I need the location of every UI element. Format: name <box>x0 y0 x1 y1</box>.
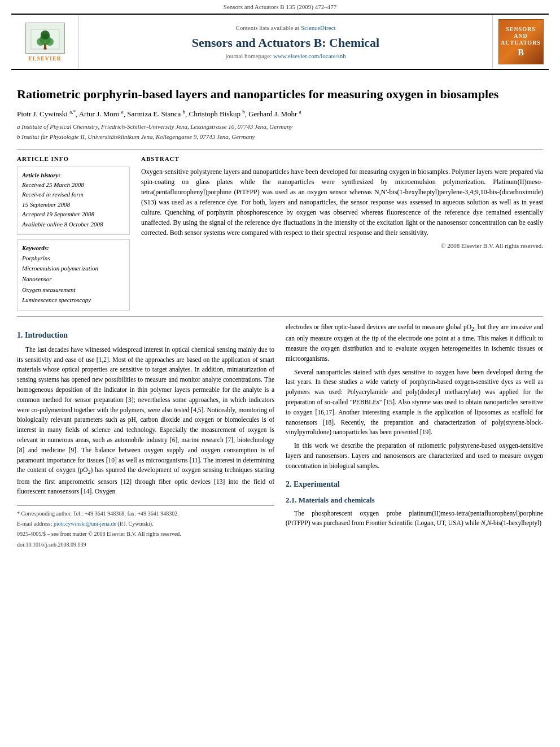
available-online: Available online 8 October 2008 <box>22 220 125 230</box>
intro-title-text: Introduction <box>25 331 68 339</box>
exp-title-text: Experimental <box>294 480 340 488</box>
keywords-label: Keywords: <box>22 244 125 251</box>
homepage-line: journal homepage: www.elsevier.com/locat… <box>225 53 346 59</box>
intro-title: 1. Introduction <box>17 329 274 342</box>
copyright-line: © 2008 Elsevier B.V. All rights reserved… <box>141 242 543 249</box>
right-para-1: electrodes or fiber optic-based devices … <box>286 322 543 364</box>
keywords-box: Keywords: Porphyrins Microemulsion polym… <box>17 239 130 311</box>
exp-number: 2. <box>286 480 292 488</box>
accepted-date: Accepted 19 September 2008 <box>22 209 125 220</box>
footnotes-area: * Corresponding author. Tel.: +49 3641 9… <box>17 505 274 549</box>
received-date: Received 25 March 2008 <box>22 180 125 190</box>
intro-paragraph-1: The last decades have witnessed widespre… <box>17 345 274 497</box>
keyword-3: Nanosensor <box>22 274 125 285</box>
journal-title: Sensors and Actuators B: Chemical <box>192 36 379 50</box>
badge-sensors: SENSORSANDACTUATORS <box>501 26 541 46</box>
keyword-1: Porphyrins <box>22 253 125 264</box>
sub-title-text: Materials and chemicals <box>299 496 375 504</box>
main-content: Ratiometric porphyrin-based layers and n… <box>0 72 560 554</box>
article-info-header: ARTICLE INFO <box>17 155 130 162</box>
materials-subtitle: 2.1. Materials and chemicals <box>286 495 543 506</box>
affiliations: a Institute of Physical Chemistry, Fried… <box>17 122 543 142</box>
badge-b: B <box>518 47 524 58</box>
homepage-text: journal homepage: <box>225 53 272 59</box>
keyword-2: Microemulsion polymerization <box>22 263 125 274</box>
body-content: 1. Introduction The last decades have wi… <box>17 322 543 549</box>
abstract-column: ABSTRACT Oxygen-sensitive polystyrene la… <box>141 155 543 311</box>
footnote-issn: 0925-4005/$ – see front matter © 2008 El… <box>17 530 274 538</box>
article-history-box: Article history: Received 25 March 2008 … <box>17 167 130 235</box>
sub-number: 2.1. <box>286 496 297 504</box>
page-wrapper: Sensors and Actuators B 135 (2009) 472–4… <box>0 0 560 747</box>
journal-header: ELSEVIER Contents lists available at Sci… <box>11 14 549 70</box>
doi-line: doi:10.1016/j.snb.2008.09.039 <box>17 540 274 549</box>
elsevier-logo-area: ELSEVIER <box>11 15 79 69</box>
top-citation-bar: Sensors and Actuators B 135 (2009) 472–4… <box>0 0 560 11</box>
history-label: Article history: <box>22 172 125 178</box>
abstract-text: Oxygen-sensitive polystyrene layers and … <box>141 167 543 238</box>
elsevier-logo: ELSEVIER <box>25 23 65 62</box>
keyword-5: Luminescence spectroscopy <box>22 295 125 305</box>
affiliation-a: a Institute of Physical Chemistry, Fried… <box>17 122 543 132</box>
elsevier-tree-svg <box>28 24 62 52</box>
citation-text: Sensors and Actuators B 135 (2009) 472–4… <box>224 3 336 10</box>
sensors-badge-area: SENSORSANDACTUATORS B <box>492 15 549 69</box>
article-title: Ratiometric porphyrin-based layers and n… <box>17 86 543 103</box>
elsevier-text: ELSEVIER <box>28 55 62 62</box>
sciencedirect-link[interactable]: ScienceDirect <box>301 24 336 31</box>
introduction-section: 1. Introduction The last decades have wi… <box>17 329 274 497</box>
journal-header-center: Contents lists available at ScienceDirec… <box>79 15 492 69</box>
svg-point-6 <box>43 47 47 50</box>
body-left-col: 1. Introduction The last decades have wi… <box>17 322 274 549</box>
experimental-title: 2. Experimental <box>286 478 543 491</box>
keyword-4: Oxygen measurement <box>22 285 125 295</box>
article-info-abstract-section: ARTICLE INFO Article history: Received 2… <box>17 149 543 317</box>
intro-number: 1. <box>17 331 23 339</box>
contents-line: Contents lists available at ScienceDirec… <box>235 24 335 31</box>
svg-point-5 <box>41 30 50 40</box>
footnote-email: E-mail address: piotr.cywinski@uni-jena.… <box>17 519 274 528</box>
email-link[interactable]: piotr.cywinski@uni-jena.de <box>54 521 116 527</box>
authors-line: Piotr J. Cywinski a,*, Artur J. Moro a, … <box>17 108 543 120</box>
homepage-url[interactable]: www.elsevier.com/locate/snb <box>273 53 346 59</box>
body-right-col: electrodes or fiber optic-based devices … <box>286 322 543 549</box>
abstract-header: ABSTRACT <box>141 155 543 162</box>
revised-date: 15 September 2008 <box>22 200 125 210</box>
footnote-corresponding: * Corresponding author. Tel.: +49 3641 9… <box>17 509 274 518</box>
right-para-2: Several nanoparticles stained with dyes … <box>286 368 543 438</box>
right-para-3: In this work we describe the preparation… <box>286 441 543 471</box>
elsevier-logo-image <box>25 23 65 54</box>
article-info-column: ARTICLE INFO Article history: Received 2… <box>17 155 130 311</box>
experimental-section: 2. Experimental 2.1. Materials and chemi… <box>286 478 543 528</box>
sensors-actuators-badge: SENSORSANDACTUATORS B <box>498 19 544 64</box>
materials-para-1: The phosphorescent oxygen probe platinum… <box>286 509 543 529</box>
revised-label: Received in revised form <box>22 190 125 200</box>
affiliation-b: b Institut für Physiologie II, Universit… <box>17 132 543 142</box>
contents-text: Contents lists available at <box>235 24 299 31</box>
